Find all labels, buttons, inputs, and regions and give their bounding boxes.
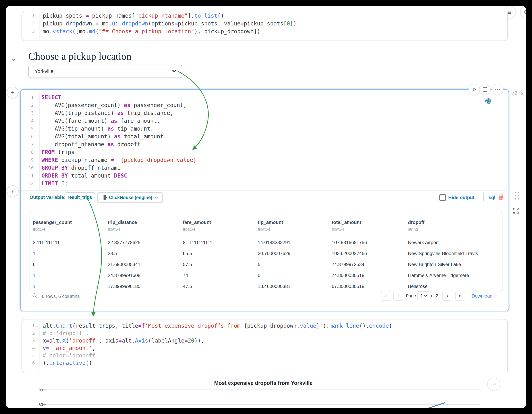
code-line: 2pickup_dropdown = mo.ui.dropdown(option… <box>22 20 505 28</box>
code-text: AVG(fare_amount) as fare_amount, <box>38 117 160 125</box>
column-name: passenger_count <box>33 220 108 225</box>
column-name: trip_distance <box>108 220 183 225</box>
download-button[interactable]: Download <box>472 293 498 299</box>
stop-cell-button[interactable] <box>479 84 491 95</box>
table-cell: 57.5 <box>183 259 258 270</box>
column-dtype: float64 <box>183 227 258 232</box>
code-text: SELECT <box>38 94 61 101</box>
table-column-header[interactable]: dropoffstring <box>408 211 502 237</box>
table-cell: 74 <box>183 270 258 281</box>
plus-icon: + <box>11 188 14 195</box>
pickup-location-dropdown[interactable]: Yorkville <box>28 65 182 78</box>
chevron-down-icon <box>172 69 177 73</box>
code-line: 7 dropoff_ntaname as dropoff <box>21 140 506 148</box>
table-cell: 65.5 <box>183 248 258 259</box>
column-dtype: float64 <box>258 227 332 232</box>
y-tick-90: 90 <box>35 388 43 392</box>
engine-selector[interactable]: ClickHouse (engine) <box>97 192 163 203</box>
more-dots-icon <box>491 384 496 385</box>
table-cell: 21.6900005341 <box>108 259 183 270</box>
search-icon[interactable] <box>32 293 38 299</box>
chart-more-button[interactable] <box>487 378 500 391</box>
code-line: 12LIMIT 6; <box>21 180 506 187</box>
chart-plot-area[interactable] <box>46 390 481 408</box>
code-text: x=alt.X('dropoff', axis=alt.Axis(labelAn… <box>39 337 204 345</box>
collapse-chevron-icon[interactable]: ⌄ <box>10 55 17 62</box>
table-cell: New Brighton-Silver Lake <box>408 259 502 270</box>
code-text: AVG(passenger_count) as passenger_count, <box>38 101 187 109</box>
line-number: 1 <box>22 322 39 330</box>
chevron-down-icon <box>494 295 498 297</box>
chevron-right-icon: › <box>446 293 448 299</box>
column-dtype: float64 <box>33 227 108 232</box>
table-cell: New Springville-Bloomfield-Travis <box>408 248 502 259</box>
y-tick-80: 80 <box>35 402 43 407</box>
download-label: Download <box>472 293 493 299</box>
sql-editor[interactable]: 1SELECT2 AVG(passenger_count) as passeng… <box>21 94 506 187</box>
engine-label: ClickHouse (engine) <box>109 195 152 200</box>
output-variable-chip[interactable]: result_trips <box>65 192 95 202</box>
y-tickmark-80 <box>43 404 46 404</box>
more-dots-icon <box>495 89 500 90</box>
cell-python-dropdown[interactable]: 1pickup_spots = pickup_names["pickup_nta… <box>21 11 508 41</box>
add-cell-button-2[interactable]: + <box>7 185 19 197</box>
add-cell-button[interactable]: + <box>7 87 19 99</box>
code-editor[interactable]: 1pickup_spots = pickup_names["pickup_nta… <box>22 12 505 35</box>
run-cell-button[interactable] <box>469 84 480 95</box>
column-dtype: float64 <box>108 227 183 232</box>
results-table: passenger_countfloat64trip_distancefloat… <box>29 211 503 291</box>
python-logo-icon <box>485 98 492 105</box>
table-cell: 67.3000030518 <box>332 281 408 291</box>
settings-button[interactable]: ⚙ <box>520 6 526 18</box>
code-text: FROM trips <box>38 148 75 156</box>
code-text: GROUP BY dropoff_ntaname <box>38 164 121 172</box>
code-text: mo.vstack([mo.md("## Choose a pickup loc… <box>39 28 260 35</box>
table-row: 2.111111111122.327777862581.111111111114… <box>30 237 502 248</box>
notebook-app: ≡ ⚙ 1pickup_spots = pickup_names["pickup… <box>6 6 526 408</box>
cell-chart-code[interactable]: ⌄ 1alt.Chart(result_trips, title=f'Most … <box>21 319 508 373</box>
trash-icon[interactable] <box>498 193 504 200</box>
line-number: 6 <box>21 133 38 140</box>
table-column-header[interactable]: trip_distancefloat64 <box>108 211 183 237</box>
y-tickmark-90 <box>43 390 46 390</box>
cell-sql: ⌄ 1SELECT2 AVG(passenger_count) as passe… <box>20 89 509 311</box>
table-summary: 6 rows, 6 columns <box>42 294 80 299</box>
hide-output-checkbox[interactable] <box>439 194 446 201</box>
code-line: 3mo.vstack([mo.md("## Choose a pickup lo… <box>22 28 505 35</box>
code-text: ).interactive() <box>39 359 92 367</box>
code-line: 10GROUP BY dropoff_ntaname <box>21 164 506 172</box>
play-icon <box>472 87 476 92</box>
gear-icon: ⚙ <box>524 9 526 16</box>
table-column-header[interactable]: passenger_countfloat64 <box>33 211 108 237</box>
table-column-header[interactable]: tip_amountfloat64 <box>258 211 332 237</box>
first-page-button[interactable]: « <box>381 291 390 301</box>
line-number: 6 <box>22 359 39 367</box>
cell-more-button[interactable] <box>492 84 503 95</box>
line-number: 3 <box>22 337 39 345</box>
code-line: 1alt.Chart(result_trips, title=f'Most ex… <box>22 322 505 330</box>
expand-icon[interactable] <box>512 207 520 215</box>
code-line: 5 AVG(tip_amount) as tip_amount, <box>21 125 506 133</box>
line-number: 1 <box>21 94 38 101</box>
next-page-button[interactable]: › <box>442 291 452 301</box>
table-row: 117.399999618547.513.460000038167.300003… <box>30 281 502 291</box>
line-number: 1 <box>22 12 39 20</box>
table-column-header[interactable]: fare_amountfloat64 <box>183 211 258 237</box>
drag-handle-icon[interactable] <box>514 191 521 201</box>
chevron-left-icon: ‹ <box>397 293 399 299</box>
code-text: # color='dropoff' <box>39 352 99 359</box>
code-text: AVG(tip_amount) as tip_amount, <box>38 125 153 133</box>
table-column-header[interactable]: total_amountfloat64 <box>332 211 408 237</box>
hide-output-label[interactable]: Hide output <box>448 195 474 200</box>
last-page-button[interactable]: » <box>455 291 465 301</box>
column-name: tip_amount <box>258 220 332 225</box>
code-line: 2# x='dropoff', <box>22 330 505 337</box>
line-number: 5 <box>22 352 39 359</box>
table-cell: 2.1111111111 <box>33 237 108 248</box>
chart-code-editor[interactable]: 1alt.Chart(result_trips, title=f'Most ex… <box>22 322 505 367</box>
prev-page-button[interactable]: ‹ <box>393 291 403 301</box>
page-select[interactable]: 1 <box>417 291 430 300</box>
gridline-80 <box>46 404 480 404</box>
table-row: 123.565.520.7000007629103.6200027466New … <box>30 248 502 259</box>
language-badge[interactable]: sql <box>489 195 495 200</box>
